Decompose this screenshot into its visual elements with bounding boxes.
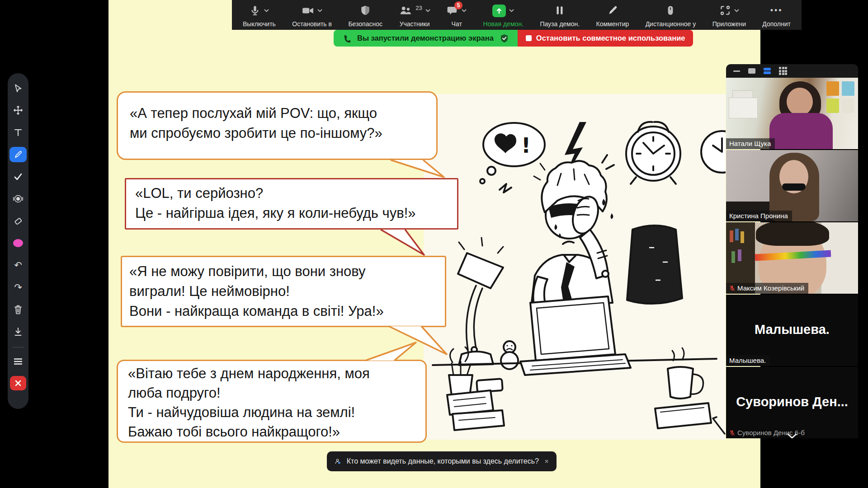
slide-illustration: ! bbox=[424, 94, 726, 440]
cursor-arrow-icon bbox=[14, 84, 23, 93]
pen-icon bbox=[14, 150, 23, 159]
encryption-shield-icon bbox=[500, 34, 509, 43]
share-screen-icon bbox=[492, 5, 506, 17]
stressed-person-cartoon: ! bbox=[424, 94, 726, 440]
stop-share-button[interactable]: Остановить совместное использование bbox=[518, 30, 693, 47]
chat-button[interactable]: 5 Чат bbox=[446, 0, 467, 30]
spotlight-icon bbox=[13, 194, 23, 204]
draw-tool-button[interactable] bbox=[9, 147, 27, 162]
new-share-button[interactable]: Новая демон. bbox=[482, 0, 524, 30]
eraser-tool-button[interactable] bbox=[9, 213, 27, 229]
speaker-view-icon[interactable] bbox=[764, 68, 771, 74]
undo-icon: ↶ bbox=[14, 260, 22, 271]
annotate-pencil-icon bbox=[607, 5, 618, 16]
gallery-view-icon[interactable] bbox=[779, 67, 787, 75]
participant-name-label: Малышева. bbox=[726, 355, 770, 366]
save-button[interactable] bbox=[9, 324, 27, 339]
participant-name-label: Натали Щука bbox=[726, 138, 775, 149]
shield-icon bbox=[359, 5, 371, 16]
privacy-person-icon bbox=[335, 457, 341, 466]
close-x-icon bbox=[14, 380, 22, 387]
remote-control-button[interactable]: Дистанционное у bbox=[645, 0, 697, 30]
slide-canvas: ! bbox=[108, 0, 760, 488]
video-tile-suvorinov[interactable]: Суворинов Ден... Суворинов Денис 6-б bbox=[726, 367, 858, 438]
remote-control-icon bbox=[665, 5, 676, 16]
pause-icon bbox=[554, 5, 565, 16]
muted-mic-icon bbox=[729, 285, 735, 291]
close-annotation-button[interactable] bbox=[10, 376, 26, 390]
apps-button[interactable]: Приложени bbox=[712, 0, 747, 30]
chevron-down-icon[interactable] bbox=[509, 9, 514, 12]
sidebar-divider bbox=[12, 347, 24, 347]
share-status-banner: Вы запустили демонстрацию экрана Останов… bbox=[334, 30, 693, 47]
participants-panel: Натали Щука Кристина Пронина bbox=[726, 64, 858, 439]
menu-button[interactable] bbox=[9, 354, 27, 369]
text-tool-button[interactable] bbox=[9, 125, 27, 140]
annotation-sidebar: ↶ ↷ bbox=[8, 73, 28, 409]
privacy-toast: Кто может видеть данные, которыми вы зде… bbox=[327, 451, 557, 471]
muted-mic-icon bbox=[729, 430, 735, 436]
participant-display-name: Малышева. bbox=[726, 322, 858, 337]
chevron-down-icon[interactable] bbox=[462, 9, 467, 12]
share-status-segment: Вы запустили демонстрацию экрана bbox=[334, 30, 518, 47]
share-status-text: Вы запустили демонстрацию экрана bbox=[357, 34, 494, 42]
apps-icon bbox=[719, 5, 731, 16]
zoom-screen-share-screen: ! bbox=[0, 0, 868, 488]
participants-icon bbox=[399, 5, 412, 16]
toast-close-icon[interactable] bbox=[545, 458, 548, 465]
color-swatch-button[interactable] bbox=[9, 235, 27, 251]
stop-share-label: Остановить совместное использование bbox=[536, 34, 685, 42]
trash-icon bbox=[14, 305, 23, 314]
chevron-down-icon[interactable] bbox=[734, 9, 739, 12]
chevron-down-icon[interactable] bbox=[425, 9, 430, 12]
video-tile-malysheva[interactable]: Малышева. Малышева. bbox=[726, 295, 858, 366]
minimize-icon[interactable] bbox=[733, 70, 740, 72]
eraser-icon bbox=[13, 216, 23, 226]
svg-text:!: ! bbox=[521, 133, 531, 158]
download-icon bbox=[14, 327, 23, 337]
chat-unread-badge: 5 bbox=[454, 1, 462, 9]
camera-icon bbox=[302, 5, 314, 16]
phone-handset-icon bbox=[343, 34, 351, 42]
pink-color-swatch-icon bbox=[13, 239, 23, 247]
speech-bubble-2: «LOL, ти серйозно? Це - найгірша ідея, я… bbox=[125, 178, 458, 230]
bubble-4-tail bbox=[353, 342, 425, 361]
participant-name-label: Максим Козерівський bbox=[726, 283, 808, 294]
undo-button[interactable]: ↶ bbox=[9, 258, 27, 273]
annotate-button[interactable]: Комментир bbox=[595, 0, 630, 30]
redo-icon: ↷ bbox=[14, 282, 22, 293]
clear-trash-button[interactable] bbox=[9, 302, 27, 317]
video-tile-maksym[interactable]: Максим Козерівський bbox=[726, 222, 858, 294]
move-tool-button[interactable] bbox=[9, 103, 27, 118]
speech-bubble-3: «Я не можу повірити, що вони знову вигра… bbox=[121, 256, 446, 327]
video-tile-kristina[interactable]: Кристина Пронина bbox=[726, 150, 858, 221]
spotlight-tool-button[interactable] bbox=[9, 191, 27, 206]
zoom-meeting-toolbar: Выключить Остановить в Безопа bbox=[232, 0, 802, 30]
stamp-check-tool-button[interactable] bbox=[9, 169, 27, 184]
microphone-icon bbox=[249, 5, 261, 16]
chevron-down-icon bbox=[786, 433, 798, 438]
more-button[interactable]: ••• Дополнит bbox=[761, 0, 792, 30]
stop-video-button[interactable]: Остановить в bbox=[291, 0, 333, 30]
select-tool-button[interactable] bbox=[9, 80, 27, 96]
security-button[interactable]: Безопаснос bbox=[347, 0, 383, 30]
participants-count: 23 bbox=[415, 5, 422, 11]
more-ellipsis-icon: ••• bbox=[770, 5, 783, 16]
move-arrows-icon bbox=[13, 105, 23, 115]
mute-button[interactable]: Выключить bbox=[242, 0, 277, 30]
chevron-down-icon[interactable] bbox=[317, 9, 322, 12]
participants-button[interactable]: 23 Участники bbox=[398, 0, 431, 30]
text-icon bbox=[14, 128, 23, 137]
privacy-toast-text: Кто может видеть данные, которыми вы зде… bbox=[347, 457, 539, 465]
speech-bubble-4: «Вітаю тебе з днем народження, моя люба … bbox=[117, 360, 427, 443]
speech-bubble-1: «А тепер послухай мій POV: що, якщо ми с… bbox=[117, 91, 438, 160]
chevron-down-icon[interactable] bbox=[264, 9, 269, 12]
collapse-panel-chevron[interactable] bbox=[786, 433, 798, 438]
redo-button[interactable]: ↷ bbox=[9, 280, 27, 295]
window-view-icon[interactable] bbox=[748, 68, 755, 74]
video-tile-natali[interactable]: Натали Щука bbox=[726, 78, 858, 149]
pause-share-button[interactable]: Пауза демон. bbox=[539, 0, 580, 30]
participant-display-name: Суворинов Ден... bbox=[726, 394, 858, 409]
participant-name-label: Кристина Пронина bbox=[726, 211, 792, 221]
bubble-1-tail bbox=[380, 159, 448, 179]
